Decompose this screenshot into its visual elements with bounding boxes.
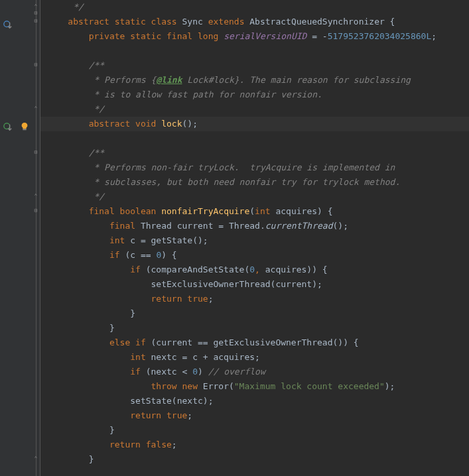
code-line[interactable]: final Thread current = Thread.currentThr… xyxy=(47,219,469,233)
code-line[interactable]: /** xyxy=(47,58,469,73)
fold-toggle[interactable]: ⌃ xyxy=(33,193,38,199)
code-line[interactable]: throw new Error("Maximum lock count exce… xyxy=(47,379,469,394)
svg-rect-2 xyxy=(23,129,26,131)
code-line[interactable]: */ xyxy=(47,190,469,204)
fold-toggle[interactable]: ⌃ xyxy=(33,455,38,461)
fold-toggle[interactable]: ⊟ xyxy=(33,18,38,24)
code-line[interactable]: setExclusiveOwnerThread(current); xyxy=(47,277,469,292)
code-editor[interactable]: ⌃⊟⊟⊟⌃⊟⌃⊟⌃ */ abstract static class Sync … xyxy=(0,0,469,476)
code-line[interactable]: } xyxy=(47,452,469,467)
icon-gutter xyxy=(0,0,31,476)
code-line[interactable]: * Performs {@link Lock#lock}. The main r… xyxy=(47,73,469,88)
fold-toggle[interactable]: ⊟ xyxy=(33,62,38,68)
fold-toggle[interactable]: ⊟ xyxy=(33,149,38,155)
code-line[interactable] xyxy=(47,44,469,58)
code-line[interactable]: else if (current == getExclusiveOwnerThr… xyxy=(47,335,469,350)
code-line[interactable]: } xyxy=(47,306,469,321)
code-line[interactable]: return true; xyxy=(47,408,469,423)
svg-point-0 xyxy=(4,21,10,27)
fold-toggle[interactable]: ⊟ xyxy=(33,208,38,213)
code-line[interactable]: if (c == 0) { xyxy=(47,248,469,263)
code-line[interactable]: * subclasses, but both need nonfair try … xyxy=(47,175,469,190)
code-line[interactable]: int nextc = c + acquires; xyxy=(47,350,469,365)
code-line[interactable]: if (nextc < 0) // overflow xyxy=(47,365,469,379)
code-line[interactable]: */ xyxy=(47,102,469,117)
code-area[interactable]: */ abstract static class Sync extends Ab… xyxy=(40,0,469,476)
code-line[interactable]: setState(nextc); xyxy=(47,394,469,408)
code-line[interactable]: private static final long serialVersionU… xyxy=(47,29,469,44)
code-line[interactable]: return false; xyxy=(47,438,469,452)
code-line[interactable]: * Performs non-fair tryLock. tryAcquire … xyxy=(47,160,469,175)
code-line[interactable] xyxy=(47,131,469,146)
code-line[interactable]: if (compareAndSetState(0, acquires)) { xyxy=(47,263,469,277)
fold-toggle[interactable]: ⌃ xyxy=(33,3,38,9)
code-line[interactable]: } xyxy=(47,321,469,335)
code-line[interactable]: return true; xyxy=(47,292,469,306)
fold-toggle[interactable]: ⌃ xyxy=(33,105,38,111)
code-line[interactable]: /** xyxy=(47,146,469,160)
code-line[interactable]: abstract static class Sync extends Abstr… xyxy=(47,15,469,29)
svg-point-1 xyxy=(4,123,10,129)
override-icon[interactable] xyxy=(1,19,15,32)
intention-bulb-icon[interactable] xyxy=(20,122,29,131)
fold-toggle[interactable]: ⊟ xyxy=(33,10,38,16)
code-line[interactable]: */ xyxy=(47,0,469,15)
code-line[interactable]: int c = getState(); xyxy=(47,233,469,248)
code-line[interactable]: } xyxy=(47,423,469,438)
code-line[interactable]: * is to allow fast path for nonfair vers… xyxy=(47,88,469,102)
implement-icon[interactable] xyxy=(1,121,15,134)
code-line[interactable]: final boolean nonfairTryAcquire(int acqu… xyxy=(47,204,469,219)
code-line[interactable]: abstract void lock(); xyxy=(40,117,469,131)
fold-gutter: ⌃⊟⊟⊟⌃⊟⌃⊟⌃ xyxy=(31,0,40,476)
